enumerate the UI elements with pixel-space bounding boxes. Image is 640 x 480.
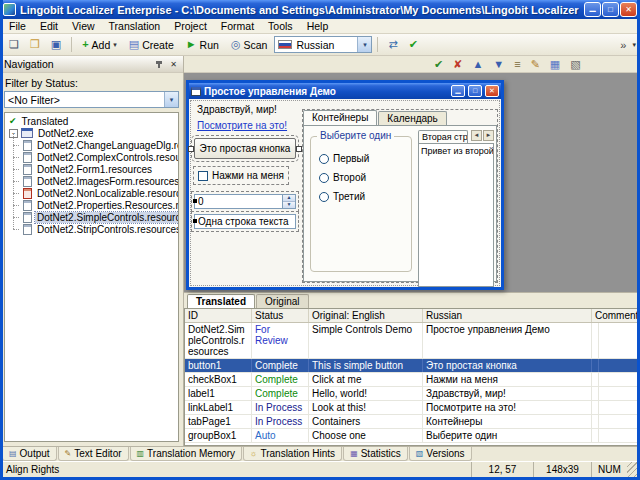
table-row[interactable]: tabPage1 In Process Containers Контейнер…	[185, 415, 639, 429]
menu-item[interactable]: View	[65, 19, 102, 33]
approve-translation-button[interactable]: ✔	[430, 57, 447, 72]
radio-option[interactable]: Третий	[319, 191, 411, 202]
previous-row-button[interactable]: ▲	[468, 57, 487, 72]
edit-translation-button[interactable]: ✎	[527, 57, 544, 72]
tab-calendar[interactable]: Календарь	[378, 111, 446, 125]
preview-close-button[interactable]: ✕	[485, 85, 499, 97]
tree-item[interactable]: DotNet2.Properties.Resources.resources	[5, 199, 178, 211]
tab-translation-hints[interactable]: ☼ Translation Hints	[243, 447, 342, 461]
create-button[interactable]: ▤ Create	[124, 36, 179, 54]
tab-statistics[interactable]: ▦ Statistics	[343, 447, 408, 461]
menu-item[interactable]: Help	[300, 19, 336, 33]
status-filter-combobox[interactable]: <No Filter> ▾	[4, 91, 179, 108]
auto-translate-button[interactable]: ≡	[510, 57, 524, 72]
tab-containers[interactable]: Контейнеры	[303, 110, 377, 125]
tab-scroll-left-icon[interactable]: ◄	[471, 130, 482, 141]
reject-translation-button[interactable]: ✘	[449, 57, 466, 72]
cell-comment[interactable]	[592, 359, 599, 372]
column-header[interactable]: Status	[252, 309, 309, 322]
cell-comment[interactable]	[592, 429, 599, 442]
add-button[interactable]: + Add ▾	[77, 36, 122, 54]
tree-item[interactable]: DotNet2.SimpleControls.resources	[5, 211, 178, 223]
tree-item[interactable]: DotNet2.ComplexControls.resources	[5, 151, 178, 163]
cell-russian[interactable]: Выберите один	[423, 429, 592, 442]
table-row[interactable]: groupBox1 Auto Choose one Выберите один	[185, 429, 639, 443]
radio-option[interactable]: Второй	[319, 172, 411, 183]
cell-russian[interactable]: Это простая кнопка	[423, 359, 592, 372]
exchange-button[interactable]: ⇄	[383, 36, 402, 53]
column-header[interactable]: ID	[185, 309, 252, 322]
resize-grip[interactable]	[627, 462, 640, 477]
maximize-button[interactable]: □	[602, 2, 619, 17]
simple-button[interactable]: Это простая кнопка	[194, 138, 296, 159]
tree-item[interactable]: DotNet2.NonLocalizable.resources	[5, 187, 178, 199]
tree-item[interactable]: DotNet2.ImagesForm.resources	[5, 175, 178, 187]
look-link[interactable]: Посмотрите на это!	[197, 120, 287, 131]
radio-button-icon[interactable]	[319, 173, 329, 183]
preview-minimize-button[interactable]: ▁	[451, 85, 465, 97]
tab-translated[interactable]: Translated	[187, 294, 255, 308]
chevron-down-icon[interactable]: ▾	[632, 41, 636, 49]
column-header[interactable]: Original: English	[309, 309, 423, 322]
chevron-down-icon[interactable]: ▾	[164, 92, 178, 107]
table-row[interactable]: label1 Complete Hello, world! Здравствуй…	[185, 387, 639, 401]
cell-comment[interactable]	[592, 401, 599, 414]
run-button[interactable]: ► Run	[181, 36, 224, 54]
menu-item[interactable]: Project	[167, 19, 214, 33]
tree-item[interactable]: DotNet2.Form1.resources	[5, 163, 178, 175]
new-project-button[interactable]: ❏	[4, 36, 24, 53]
spin-down-icon[interactable]: ▼	[283, 202, 295, 208]
cell-comment[interactable]	[592, 323, 599, 358]
preview-maximize-button[interactable]: □	[468, 85, 482, 97]
tab-translation-memory[interactable]: ▥ Translation Memory	[130, 447, 243, 461]
language-combobox[interactable]: Russian ▾	[274, 36, 372, 53]
cell-russian[interactable]: Простое управления Демо	[423, 323, 592, 358]
table-row[interactable]: linkLabel1 In Process Look at this! Посм…	[185, 401, 639, 415]
numeric-updown[interactable]: 0 ▲ ▼	[194, 194, 296, 209]
radio-option[interactable]: Первый	[319, 153, 411, 164]
cell-comment[interactable]	[592, 373, 599, 386]
table-row[interactable]: checkBox1 Complete Click at me Нажми на …	[185, 373, 639, 387]
properties-button[interactable]: ▧	[566, 57, 584, 72]
spinner-buttons[interactable]: ▲ ▼	[282, 195, 295, 208]
chevron-down-icon[interactable]: ▾	[357, 37, 371, 52]
tab-output[interactable]: ▤ Output	[2, 447, 57, 461]
radio-button-icon[interactable]	[319, 154, 329, 164]
cell-comment[interactable]	[592, 387, 599, 400]
cell-russian[interactable]: Посмотрите на это!	[423, 401, 592, 414]
column-header[interactable]: Comment	[592, 309, 639, 322]
minimize-button[interactable]: ▁	[584, 2, 601, 17]
scan-button[interactable]: ◎ Scan	[226, 36, 273, 54]
view-grid-button[interactable]: ▦	[546, 57, 564, 72]
column-header[interactable]: Russian	[423, 309, 592, 322]
tab-second-page[interactable]: Вторая страница	[418, 130, 468, 143]
tree-item[interactable]: DotNet2.ChangeLanguageDlg.resources	[5, 139, 178, 151]
cell-comment[interactable]	[592, 415, 599, 428]
tree-item-translated[interactable]: ✔ Translated	[5, 115, 178, 127]
save-button[interactable]: ▣	[46, 36, 66, 53]
cell-russian[interactable]: Контейнеры	[423, 415, 592, 428]
tab-versions[interactable]: ▧ Versions	[409, 447, 472, 461]
menu-item[interactable]: Edit	[33, 19, 65, 33]
tab-text-editor[interactable]: ✎ Text Editor	[58, 447, 129, 461]
toolbar-overflow-icon[interactable]: »	[616, 39, 630, 51]
tree-item[interactable]: DotNet2.StripControls.resources	[5, 223, 178, 235]
cell-russian[interactable]: Здравствуй, мир!	[423, 387, 592, 400]
close-button[interactable]: ✕	[620, 2, 637, 17]
menu-item[interactable]: Format	[214, 19, 261, 33]
next-row-button[interactable]: ▼	[489, 57, 508, 72]
menu-item[interactable]: Tools	[261, 19, 300, 33]
single-line-textbox[interactable]: Одна строка текста	[194, 214, 296, 229]
menu-item[interactable]: File	[2, 19, 33, 33]
click-checkbox[interactable]: Нажми на меня	[196, 169, 286, 182]
table-row[interactable]: DotNet2.SimpleControls.resources For Rev…	[185, 323, 639, 359]
radio-button-icon[interactable]	[319, 192, 329, 202]
pin-icon[interactable]	[154, 59, 165, 70]
tab-original[interactable]: Original	[256, 294, 308, 308]
cell-russian[interactable]: Нажми на меня	[423, 373, 592, 386]
validate-button[interactable]: ✔	[404, 36, 423, 53]
checkbox-box-icon[interactable]	[198, 171, 208, 181]
open-project-button[interactable]: ❒	[25, 36, 45, 53]
tree-root-dotnet2[interactable]: - DotNet2.exe	[5, 127, 178, 139]
tab-scroll-right-icon[interactable]: ►	[483, 130, 494, 141]
